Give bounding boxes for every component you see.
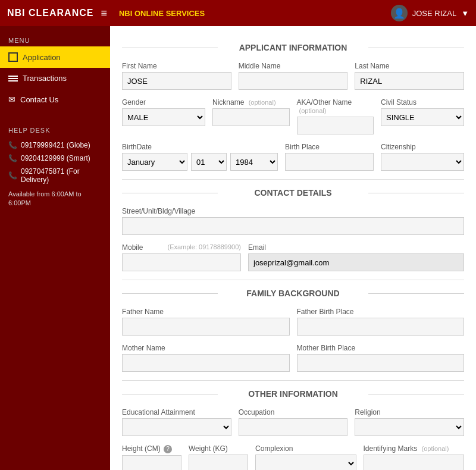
edu-row: Educational Attainment ELEMENTARY HIGH S… xyxy=(122,408,464,436)
divider-2 xyxy=(122,280,464,280)
sidebar-item-contact[interactable]: ✉ Contact Us xyxy=(0,89,110,110)
name-row: First Name Middle Name Last Name xyxy=(122,62,464,90)
street-input[interactable] xyxy=(122,217,464,235)
citizenship-label: Citizenship xyxy=(381,143,464,151)
helpdesk-label: HELP DESK xyxy=(8,127,102,134)
gender-group: Gender MALE FEMALE xyxy=(122,98,205,134)
email-group: Email xyxy=(248,243,464,271)
mother-birth-place-label: Mother Birth Place xyxy=(297,344,465,352)
occupation-input[interactable] xyxy=(239,418,348,436)
physical-row: Height (CM) ? Weight (KG) Complexion FAI… xyxy=(122,444,464,470)
family-section-header: FAMILY BACKGROUND xyxy=(122,289,464,298)
applicant-section-header: APPLICANT INFORMATION xyxy=(122,43,464,52)
gender-select[interactable]: MALE FEMALE xyxy=(122,108,205,126)
birth-place-group: Birth Place xyxy=(285,143,374,171)
mobile-group: Mobile (Example: 09178889900) xyxy=(122,243,241,271)
identifying-marks-input[interactable] xyxy=(364,455,465,470)
complexion-group: Complexion FAIR MEDIUM DARK xyxy=(255,444,356,470)
mother-row: Mother Name Mother Birth Place xyxy=(122,344,464,372)
phone-icon: 📞 xyxy=(8,171,17,180)
complexion-select[interactable]: FAIR MEDIUM DARK xyxy=(255,455,356,470)
sidebar-menu-label: MENU xyxy=(0,32,110,46)
street-group: Street/Unit/Bldg/Village xyxy=(122,207,464,235)
helpdesk-globe[interactable]: 📞 09179999421 (Globe) xyxy=(8,139,102,152)
birthdate-group: BirthDate JanuaryFebruaryMarch AprilMayJ… xyxy=(122,143,278,171)
sidebar-item-application[interactable]: Application xyxy=(0,46,110,68)
last-name-label: Last Name xyxy=(355,62,464,70)
sidebar: MENU Application Transactions ✉ Contact … xyxy=(0,26,110,470)
user-info[interactable]: 👤 JOSE RIZAL ▼ xyxy=(391,5,469,21)
first-name-input[interactable] xyxy=(122,72,231,90)
height-group: Height (CM) ? xyxy=(122,444,181,470)
avatar-icon: 👤 xyxy=(391,5,408,21)
weight-label: Weight (KG) xyxy=(189,444,248,453)
last-name-group: Last Name xyxy=(355,62,464,90)
civil-status-select[interactable]: SINGLE MARRIED WIDOWED SEPARATED xyxy=(381,108,464,126)
weight-input[interactable] xyxy=(189,455,248,470)
birth-month-select[interactable]: JanuaryFebruaryMarch AprilMayJune JulyAu… xyxy=(122,153,187,171)
nickname-input[interactable] xyxy=(212,108,290,126)
street-row: Street/Unit/Bldg/Village xyxy=(122,207,464,235)
educational-select[interactable]: ELEMENTARY HIGH SCHOOL COLLEGE POST GRAD… xyxy=(122,418,231,436)
sidebar-item-label: Contact Us xyxy=(20,95,58,104)
birthdate-row: BirthDate JanuaryFebruaryMarch AprilMayJ… xyxy=(122,143,464,171)
divider-1 xyxy=(122,179,464,180)
mother-name-label: Mother Name xyxy=(122,344,290,352)
email-input[interactable] xyxy=(248,253,464,271)
aka-label: AKA/Other Name (optional) xyxy=(297,98,374,115)
divider-3 xyxy=(122,380,464,381)
phone-icon: 📞 xyxy=(8,141,17,149)
gender-label: Gender xyxy=(122,98,205,106)
complexion-label: Complexion xyxy=(255,444,356,453)
helpdesk-delivery[interactable]: 📞 09270475871 (For Delivery) xyxy=(8,165,102,186)
last-name-input[interactable] xyxy=(355,72,464,90)
middle-name-input[interactable] xyxy=(239,72,348,90)
father-name-input[interactable] xyxy=(122,318,290,336)
father-name-label: Father Name xyxy=(122,308,290,316)
content-area: APPLICANT INFORMATION First Name Middle … xyxy=(110,26,476,470)
sidebar-item-transactions[interactable]: Transactions xyxy=(0,68,110,89)
main-layout: MENU Application Transactions ✉ Contact … xyxy=(0,26,476,470)
middle-name-group: Middle Name xyxy=(239,62,348,90)
educational-label: Educational Attainment xyxy=(122,408,231,416)
birth-day-select[interactable]: 0102030405 0607080910 1112131415 1617181… xyxy=(191,153,227,171)
birth-year-select[interactable]: 19841985199019952000 xyxy=(230,153,278,171)
mother-name-input[interactable] xyxy=(122,354,290,372)
gender-row: Gender MALE FEMALE Nickname (optional) A… xyxy=(122,98,464,134)
citizenship-select[interactable]: FILIPINO DUAL CITIZEN FOREIGNER xyxy=(381,153,464,171)
height-help-icon[interactable]: ? xyxy=(164,445,172,453)
mother-name-group: Mother Name xyxy=(122,344,290,372)
transactions-icon xyxy=(8,76,18,82)
contact-row: Mobile (Example: 09178889900) Email xyxy=(122,243,464,271)
religion-select[interactable]: ROMAN CATHOLIC PROTESTANT ISLAM OTHERS xyxy=(355,418,464,436)
identifying-marks-group: Identifying Marks (optional) xyxy=(364,444,465,470)
father-name-group: Father Name xyxy=(122,308,290,336)
mother-birth-place-group: Mother Birth Place xyxy=(297,344,465,372)
mother-birth-place-input[interactable] xyxy=(297,354,465,372)
occupation-label: Occupation xyxy=(239,408,348,416)
height-input[interactable] xyxy=(122,455,181,471)
email-label: Email xyxy=(248,243,464,252)
religion-group: Religion ROMAN CATHOLIC PROTESTANT ISLAM… xyxy=(355,408,464,436)
helpdesk-hours: Available from 6:00AM to 6:00PM xyxy=(8,190,102,208)
religion-label: Religion xyxy=(355,408,464,416)
weight-group: Weight (KG) xyxy=(189,444,248,470)
helpdesk-smart[interactable]: 📞 09204129999 (Smart) xyxy=(8,152,102,165)
sidebar-item-label: Application xyxy=(23,53,61,62)
civil-status-label: Civil Status xyxy=(381,98,464,106)
application-icon xyxy=(8,52,18,62)
aka-input[interactable] xyxy=(297,117,374,134)
mobile-input[interactable] xyxy=(122,253,241,271)
birth-place-input[interactable] xyxy=(285,153,374,171)
menu-icon[interactable]: ≡ xyxy=(101,7,107,20)
sidebar-item-label: Transactions xyxy=(23,74,67,83)
father-row: Father Name Father Birth Place xyxy=(122,308,464,336)
educational-group: Educational Attainment ELEMENTARY HIGH S… xyxy=(122,408,231,436)
middle-name-label: Middle Name xyxy=(239,62,348,70)
contact-section-header: CONTACT DETAILS xyxy=(122,188,464,198)
user-dropdown-icon[interactable]: ▼ xyxy=(461,9,469,18)
father-birth-place-group: Father Birth Place xyxy=(297,308,465,336)
contact-icon: ✉ xyxy=(8,95,15,104)
helpdesk-section: HELP DESK 📞 09179999421 (Globe) 📞 092041… xyxy=(0,122,110,213)
father-birth-place-input[interactable] xyxy=(297,318,465,336)
